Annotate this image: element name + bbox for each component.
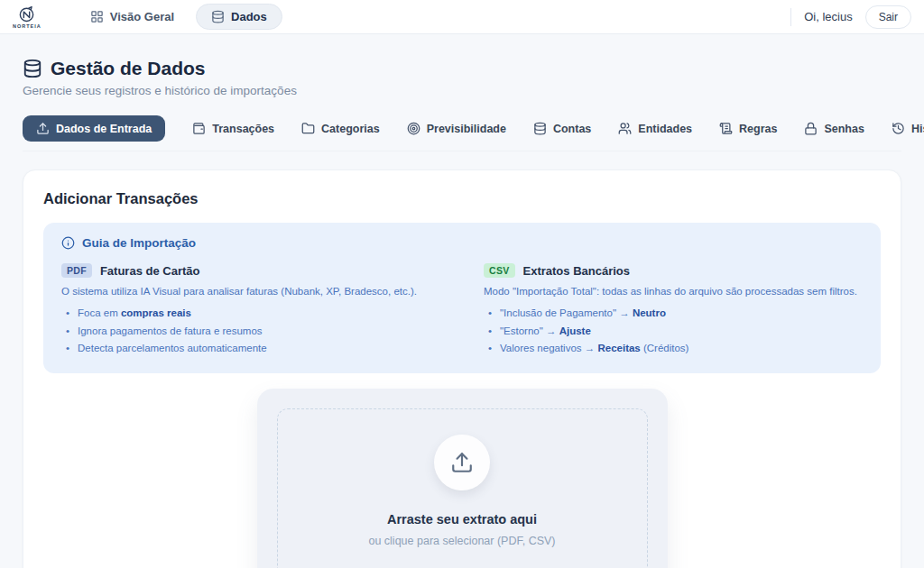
tab-historico[interactable]: Histórico xyxy=(892,122,924,135)
guide-pdf-column: PDF Faturas de Cartão O sistema utiliza … xyxy=(61,263,440,358)
tab-label: Previsibilidade xyxy=(427,123,506,135)
topnav-label: Dados xyxy=(231,10,267,23)
tab-bar: Dados de EntradaTransaçõesCategoriasPrev… xyxy=(23,115,901,142)
topbar-right: Oi, lecius Sair xyxy=(790,5,911,29)
database-icon xyxy=(211,10,225,23)
tab-label: Dados de Entrada xyxy=(56,123,152,135)
database-icon xyxy=(23,59,42,78)
folder-icon xyxy=(301,122,315,135)
upload-icon xyxy=(36,122,50,135)
topnav-item-dados[interactable]: Dados xyxy=(196,4,282,30)
tab-senhas[interactable]: Senhas xyxy=(804,122,864,135)
dropzone-title: Arraste seu extrato aqui xyxy=(387,512,537,527)
tab-entidades[interactable]: Entidades xyxy=(618,122,692,135)
lock-icon xyxy=(804,122,818,135)
topnav-label: Visão Geral xyxy=(110,10,174,23)
brand-name: NORTEIA xyxy=(13,23,42,29)
scroll-icon xyxy=(719,122,733,135)
tab-transacoes[interactable]: Transações xyxy=(192,122,274,135)
tab-label: Senhas xyxy=(824,123,864,135)
history-icon xyxy=(892,122,905,135)
card-title: Adicionar Transações xyxy=(43,190,881,207)
topbar-divider xyxy=(790,8,791,26)
csv-bullet-list: "Inclusão de Pagamento" → Neutro"Estorno… xyxy=(484,305,863,358)
upload-icon xyxy=(434,435,490,490)
top-navbar: NORTEIA Visão GeralDados Oi, lecius Sair xyxy=(0,0,924,34)
csv-description: Modo "Importação Total": todas as linhas… xyxy=(484,286,863,297)
topnav-item-vis-o-geral[interactable]: Visão Geral xyxy=(81,5,183,29)
database-icon xyxy=(533,122,547,135)
users-icon xyxy=(618,122,632,135)
guide-bullet: Detecta parcelamentos automaticamente xyxy=(61,340,440,358)
app-logo[interactable]: NORTEIA xyxy=(13,5,42,29)
wallet-icon xyxy=(192,122,206,135)
pdf-bullet-list: Foca em compras reaisIgnora pagamentos d… xyxy=(61,305,440,358)
user-greeting: Oi, lecius xyxy=(804,10,852,23)
file-dropzone[interactable]: Arraste seu extrato aqui ou clique para … xyxy=(257,389,668,568)
tab-categorias[interactable]: Categorias xyxy=(301,122,380,135)
guide-bullet: "Estorno" → Ajuste xyxy=(484,323,863,341)
pdf-description: O sistema utiliza IA Visual para analisa… xyxy=(61,286,440,297)
info-icon xyxy=(61,236,75,250)
guide-bullet: "Inclusão de Pagamento" → Neutro xyxy=(484,305,863,323)
tab-label: Histórico xyxy=(911,123,924,135)
guide-bullet: Ignora pagamentos de fatura e resumos xyxy=(61,323,440,341)
add-transactions-card: Adicionar Transações Guia de Importação … xyxy=(23,169,901,568)
tab-bar-wrap: Dados de EntradaTransaçõesCategoriasPrev… xyxy=(23,115,901,151)
tab-label: Transações xyxy=(212,123,274,135)
tab-label: Regras xyxy=(739,123,777,135)
top-nav: Visão GeralDados xyxy=(81,4,282,30)
dropzone-subtitle: ou clique para selecionar (PDF, CSV) xyxy=(368,535,555,547)
guide-bullet: Valores negativos → Receitas (Créditos) xyxy=(484,340,863,358)
tab-label: Categorias xyxy=(321,123,380,135)
page-main: Gestão de Dados Gerencie seus registros … xyxy=(0,34,924,568)
import-guide-box: Guia de Importação PDF Faturas de Cartão… xyxy=(43,223,881,373)
guide-bullet: Foca em compras reais xyxy=(61,305,440,323)
csv-heading: Extratos Bancários xyxy=(523,264,631,278)
pdf-badge: PDF xyxy=(61,263,92,278)
logout-button[interactable]: Sair xyxy=(865,5,911,29)
tab-label: Entidades xyxy=(638,123,692,135)
target-icon xyxy=(407,122,420,135)
guide-title: Guia de Importação xyxy=(82,236,196,250)
tab-regras[interactable]: Regras xyxy=(719,122,777,135)
pdf-heading: Faturas de Cartão xyxy=(100,264,200,278)
page-subtitle: Gerencie seus registros e histórico de i… xyxy=(23,84,901,97)
dropzone-dashed-area: Arraste seu extrato aqui ou clique para … xyxy=(277,408,648,568)
layout-grid-icon xyxy=(90,10,104,23)
norteia-logo-icon xyxy=(18,5,35,23)
guide-csv-column: CSV Extratos Bancários Modo "Importação … xyxy=(484,263,863,358)
tab-previsibilidade[interactable]: Previsibilidade xyxy=(407,122,506,135)
csv-badge: CSV xyxy=(484,263,515,278)
page-title: Gestão de Dados xyxy=(51,58,206,79)
tab-contas[interactable]: Contas xyxy=(533,122,591,135)
tab-dados-de-entrada[interactable]: Dados de Entrada xyxy=(23,115,165,142)
tab-label: Contas xyxy=(553,123,591,135)
